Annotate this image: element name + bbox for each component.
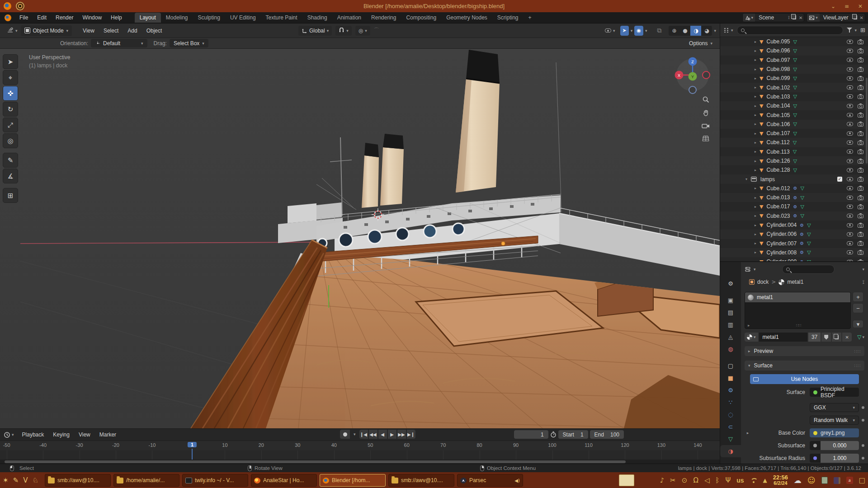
window-shade-icon[interactable]: ⌄ — [829, 3, 837, 9]
material-name-field[interactable]: metal1 — [759, 333, 807, 342]
taskbar-window-button[interactable]: AnalieStar | Ho... ◀) — [251, 474, 317, 487]
navigation-gizmo[interactable]: Z X Y — [674, 55, 712, 95]
disable-render-icon[interactable] — [858, 242, 863, 246]
play-button[interactable]: ▶ — [388, 430, 396, 439]
wifi-icon[interactable] — [750, 478, 757, 483]
outliner-row[interactable]: ▸ ▾ ▼ Cube.126 ⚙ ▽ ✓ — [720, 156, 868, 165]
hide-eye-icon[interactable] — [847, 150, 853, 154]
disable-render-icon[interactable] — [858, 160, 863, 164]
hide-eye-icon[interactable] — [847, 196, 853, 200]
outliner-row[interactable]: ▸ ▾ ▼ Cylinder.008 ⚙ ▽ ✓ — [720, 248, 868, 257]
outliner-row[interactable]: ▸ ▾ ▼ lamps ⚙ ▽ ✓ — [720, 174, 868, 183]
properties-editor-icon[interactable] — [745, 266, 751, 272]
hide-eye-icon[interactable] — [847, 241, 853, 245]
outliner-scrollbar[interactable] — [866, 78, 868, 164]
use-nodes-button[interactable]: Use Nodes — [750, 374, 859, 384]
expand-arrow-icon[interactable]: ▸ — [753, 232, 758, 236]
outliner-row[interactable]: ▸ ▾ ▼ Cube.012 ⚙ ▽ ✓ — [720, 184, 868, 193]
workspace-tab[interactable]: Shading — [302, 13, 332, 23]
keyboard-layout-indicator[interactable]: us — [736, 477, 744, 484]
tray-icon[interactable]: ᛒ — [715, 476, 719, 484]
hide-eye-icon[interactable] — [847, 94, 853, 99]
falloff-curve-icon[interactable]: ⌒ — [374, 27, 379, 34]
breadcrumb-material[interactable]: metal1 — [787, 279, 803, 285]
tool-button[interactable]: ✎ — [3, 153, 18, 168]
object-name[interactable]: Cylinder.006 — [766, 231, 797, 237]
disable-render-icon[interactable] — [858, 86, 863, 90]
hide-eye-icon[interactable] — [847, 58, 853, 62]
object-name[interactable]: Cube.099 — [766, 75, 790, 81]
clock[interactable]: 22:56 6/2/24 — [773, 474, 788, 486]
tool-button[interactable]: ⤢ — [3, 117, 18, 132]
hide-eye-icon[interactable] — [847, 85, 853, 89]
taskbar-window-button[interactable]: Blender [/hom... ◀) — [320, 474, 386, 487]
expand-arrow-icon[interactable]: ▸ — [753, 141, 758, 145]
surface-shader-field[interactable]: Principled BSDF — [810, 388, 859, 397]
smiley-icon[interactable]: ☺ — [807, 476, 816, 485]
outliner-row[interactable]: ▸ ▾ ▼ Cube.017 ⚙ ▽ ✓ — [720, 202, 868, 211]
zoom-icon[interactable] — [702, 96, 710, 103]
properties-tab[interactable]: ▣ — [720, 294, 741, 306]
workspace-tab[interactable]: Modeling — [161, 13, 193, 23]
hide-eye-icon[interactable] — [847, 223, 853, 227]
outliner-row[interactable]: ▸ ▾ ▼ Cube.102 ⚙ ▽ ✓ — [720, 83, 868, 92]
object-name[interactable]: Cube.103 — [766, 94, 790, 100]
properties-tab[interactable]: ⊂ — [720, 421, 741, 433]
proportional-edit-toggle[interactable]: ◎ ▾ — [355, 26, 370, 36]
collapse-arrow-icon[interactable]: ▾ — [744, 177, 749, 181]
properties-tab[interactable]: ◍ — [720, 343, 741, 355]
keyframe-dot[interactable] — [862, 406, 864, 409]
workspace-tab[interactable]: + — [524, 13, 537, 23]
expand-arrow-icon[interactable]: ▸ — [748, 323, 750, 328]
shading-dropdown[interactable]: ▾ — [714, 28, 716, 33]
disable-render-icon[interactable] — [858, 122, 863, 127]
menu-item[interactable]: Help — [106, 13, 127, 22]
visibility-dropdown[interactable]: ▾ — [602, 26, 618, 36]
remove-slot-button[interactable]: − — [853, 303, 863, 313]
tray-icon[interactable]: Ω — [693, 476, 698, 484]
new-material-copy-icon[interactable] — [832, 333, 841, 342]
pin-icon[interactable]: ⟟ — [787, 15, 791, 20]
hide-eye-icon[interactable] — [847, 113, 853, 117]
disable-render-icon[interactable] — [858, 169, 863, 173]
properties-tab[interactable]: ⚙ — [720, 384, 741, 396]
gizmos-toggle[interactable]: ◉ — [634, 26, 643, 36]
snap-toggle[interactable]: ▾ — [335, 26, 352, 36]
tool-button[interactable]: ➤ — [3, 54, 18, 69]
outliner-row[interactable]: ▸ ▾ ▼ Cube.112 ⚙ ▽ ✓ — [720, 138, 868, 147]
filter-icon[interactable] — [847, 28, 853, 33]
taskbar-window-button[interactable]: /home/amalie/... ◀) — [113, 474, 179, 487]
disable-render-icon[interactable] — [858, 77, 863, 81]
outliner-row[interactable]: ▸ ▾ ▼ Cylinder.007 ⚙ ▽ ✓ — [720, 239, 868, 248]
workspace-tab[interactable]: Rendering — [366, 13, 401, 23]
tray-icon[interactable]: ◁ — [704, 476, 710, 484]
disable-render-icon[interactable] — [858, 113, 863, 117]
material-slot-active[interactable]: metal1 — [745, 292, 850, 302]
tray-expand-icon[interactable]: ▲ — [763, 477, 767, 483]
shading-solid-icon[interactable]: ● — [679, 26, 690, 36]
tool-button[interactable]: ◎ — [3, 133, 18, 148]
workspace-tab[interactable]: Geometry Nodes — [441, 13, 492, 23]
expand-arrow-icon[interactable]: ▸ — [753, 241, 758, 245]
object-name[interactable]: lamps — [760, 176, 775, 183]
viewport-3d[interactable]: User Perspective (1) lamps | dock ➤⌖✜↻⤢◎… — [0, 49, 720, 428]
workspace-tab[interactable]: Layout — [135, 13, 161, 23]
hide-eye-icon[interactable] — [847, 232, 853, 236]
snap-dropdown[interactable]: ▾ — [346, 28, 349, 33]
editor-type-button[interactable]: ▾ — [4, 26, 21, 36]
viewport-menu-item[interactable]: Object — [142, 26, 167, 35]
copy-icon[interactable] — [852, 15, 859, 20]
jump-to-end-button[interactable]: ▶❙ — [407, 430, 415, 439]
outliner-row[interactable]: ▸ ▾ ▼ Cube.104 ⚙ ▽ ✓ — [720, 101, 868, 110]
object-name[interactable]: Cube.112 — [766, 139, 789, 145]
expand-arrow-icon[interactable]: ▸ — [753, 223, 758, 227]
disable-render-icon[interactable] — [858, 205, 863, 209]
material-slot-list[interactable]: metal1 ▸∷∷ — [745, 292, 851, 329]
viewport-menu-item[interactable]: View — [78, 26, 99, 35]
mode-selector[interactable]: Object Mode ▾ — [21, 25, 72, 36]
expand-arrow-icon[interactable]: ▸ — [745, 431, 751, 435]
outliner-row[interactable]: ▸ ▾ ▼ Cube.103 ⚙ ▽ ✓ — [720, 92, 868, 101]
menu-item[interactable]: Edit — [33, 13, 51, 22]
outliner-row[interactable]: ▸ ▾ ▼ Cube.106 ⚙ ▽ ✓ — [720, 120, 868, 129]
hide-eye-icon[interactable] — [847, 186, 853, 190]
